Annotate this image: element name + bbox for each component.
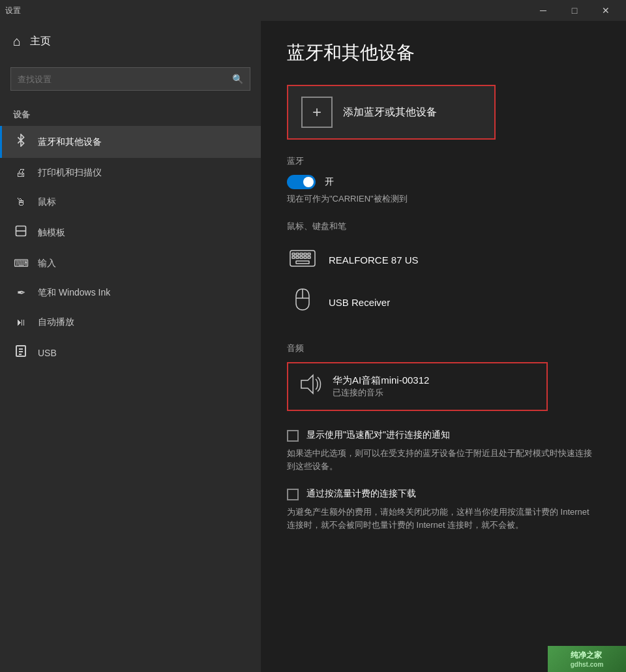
- touchpad-icon: [13, 224, 29, 241]
- toggle-knob: [303, 177, 314, 187]
- sidebar-item-label-pen: 笔和 Windows Ink: [38, 287, 110, 299]
- maximize-button[interactable]: □: [559, 0, 589, 21]
- svg-rect-13: [296, 256, 299, 258]
- toggle-on-label: 开: [325, 176, 334, 188]
- sidebar-item-pen[interactable]: 笔和 Windows Ink: [0, 278, 261, 307]
- sidebar-item-printer[interactable]: 打印机和扫描仪: [0, 158, 261, 187]
- autoplay-icon: [13, 315, 29, 329]
- search-input[interactable]: [18, 74, 232, 84]
- search-icon[interactable]: 🔍: [232, 74, 243, 84]
- sidebar-home[interactable]: ⌂ 主页: [0, 21, 261, 62]
- checkbox-metered-label: 通过按流量计费的连接下载: [306, 488, 416, 500]
- checkbox-metered[interactable]: [287, 489, 299, 500]
- device-mouse[interactable]: USB Receiver: [287, 280, 600, 324]
- mouse-device-icon: [287, 288, 318, 316]
- titlebar: 设置 ─ □ ✕: [0, 0, 626, 21]
- sidebar-item-input[interactable]: 输入: [0, 249, 261, 278]
- sidebar-item-usb[interactable]: USB: [0, 337, 261, 369]
- search-box: 🔍: [10, 67, 250, 91]
- sidebar-item-label-usb: USB: [38, 348, 57, 358]
- watermark-subtext: gdhst.com: [571, 661, 604, 668]
- checkbox-fast-pair-label: 显示使用"迅速配对"进行连接的通知: [306, 429, 450, 441]
- sidebar-item-autoplay[interactable]: 自动播放: [0, 307, 261, 337]
- sidebar-item-bluetooth[interactable]: 蓝牙和其他设备: [0, 126, 261, 158]
- plus-icon: +: [312, 103, 321, 121]
- audio-device-box[interactable]: 华为AI音箱mini-00312 已连接的音乐: [287, 362, 548, 411]
- devices-section: REALFORCE 87 US USB Receiver: [287, 240, 600, 324]
- home-icon: ⌂: [13, 34, 21, 49]
- speaker-icon: [299, 373, 322, 401]
- sidebar-item-label-bluetooth: 蓝牙和其他设备: [38, 136, 102, 148]
- sidebar-item-touchpad[interactable]: 触模板: [0, 217, 261, 249]
- mouse-device-name: USB Receiver: [329, 297, 390, 308]
- search-container: 🔍: [0, 62, 261, 101]
- watermark-text: 纯净之家: [571, 650, 604, 661]
- audio-device-status: 已连接的音乐: [333, 387, 429, 399]
- page-title: 蓝牙和其他设备: [287, 40, 600, 65]
- sidebar-item-label-touchpad: 触模板: [38, 227, 65, 239]
- svg-rect-7: [292, 253, 295, 255]
- app-container: ⌂ 主页 🔍 设备 蓝牙和其他设备 打印机和扫描仪: [0, 21, 626, 672]
- pen-icon: [13, 286, 29, 299]
- keyboard-icon: [287, 248, 318, 272]
- svg-rect-17: [296, 261, 309, 264]
- sidebar-home-label: 主页: [30, 35, 51, 48]
- content-area: 蓝牙和其他设备 + 添加蓝牙或其他设备 蓝牙 开 现在可作为"CARRIEN"被…: [261, 21, 626, 672]
- checkbox-row-1: 显示使用"迅速配对"进行连接的通知: [287, 429, 600, 442]
- printer-icon: [13, 166, 29, 179]
- checkbox-fast-pair[interactable]: [287, 430, 299, 442]
- bluetooth-section-label: 蓝牙: [287, 155, 600, 167]
- svg-marker-20: [301, 375, 313, 393]
- checkbox-metered-desc: 为避免产生额外的费用，请始终关闭此功能，这样当你使用按流量计费的 Interne…: [287, 506, 600, 531]
- audio-device-info: 华为AI音箱mini-00312 已连接的音乐: [333, 374, 429, 399]
- sidebar-item-label-input: 输入: [38, 258, 56, 269]
- sidebar-item-label-printer: 打印机和扫描仪: [38, 167, 102, 179]
- keyboard-device-name: REALFORCE 87 US: [329, 254, 419, 266]
- bluetooth-icon: [13, 134, 29, 150]
- sidebar-item-mouse[interactable]: 鼠标: [0, 187, 261, 217]
- sidebar: ⌂ 主页 🔍 设备 蓝牙和其他设备 打印机和扫描仪: [0, 21, 261, 672]
- input-icon: [13, 256, 29, 270]
- bluetooth-status: 现在可作为"CARRIEN"被检测到: [287, 193, 600, 205]
- svg-rect-10: [304, 253, 306, 255]
- svg-rect-11: [308, 253, 310, 255]
- add-device-label: 添加蓝牙或其他设备: [343, 106, 437, 119]
- svg-rect-12: [292, 256, 295, 258]
- mouse-icon: [13, 195, 29, 209]
- minimize-button[interactable]: ─: [528, 0, 558, 21]
- svg-rect-8: [296, 253, 299, 255]
- svg-rect-14: [300, 256, 303, 258]
- audio-device-name: 华为AI音箱mini-00312: [333, 374, 429, 387]
- bluetooth-toggle[interactable]: [287, 175, 316, 189]
- close-button[interactable]: ✕: [591, 0, 621, 21]
- toggle-row: 开: [287, 175, 600, 189]
- titlebar-title: 设置: [5, 5, 21, 16]
- add-device-button[interactable]: + 添加蓝牙或其他设备: [287, 85, 496, 140]
- sidebar-item-label-autoplay: 自动播放: [38, 316, 74, 328]
- add-icon-box: +: [301, 97, 333, 128]
- svg-rect-15: [304, 256, 306, 258]
- checkbox-row-2: 通过按流量计费的连接下载: [287, 488, 600, 500]
- sidebar-section-title: 设备: [0, 101, 261, 126]
- sidebar-item-label-mouse: 鼠标: [38, 196, 56, 208]
- svg-rect-9: [300, 253, 303, 255]
- mkp-section-label: 鼠标、键盘和笔: [287, 221, 600, 232]
- usb-icon: [13, 344, 29, 361]
- device-keyboard[interactable]: REALFORCE 87 US: [287, 240, 600, 280]
- svg-rect-16: [308, 256, 310, 258]
- titlebar-controls: ─ □ ✕: [528, 0, 621, 21]
- watermark: 纯净之家 gdhst.com: [548, 646, 626, 672]
- audio-section-label: 音频: [287, 343, 600, 354]
- checkbox-fast-pair-desc: 如果选中此选项，则可以在受支持的蓝牙设备位于附近且处于配对模式时快速连接到这些设…: [287, 447, 600, 472]
